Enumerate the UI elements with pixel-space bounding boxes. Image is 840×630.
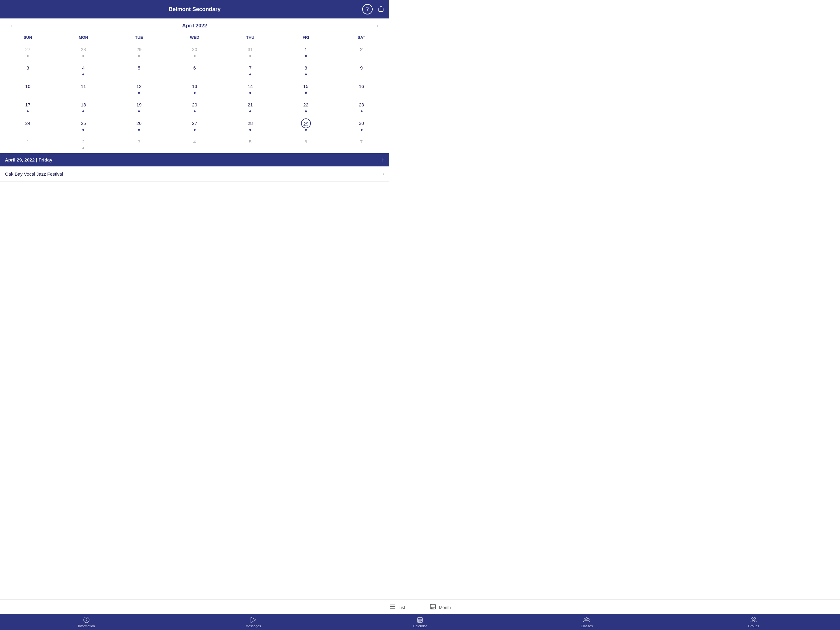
calendar-day[interactable]: 30 [333,116,389,135]
calendar-day[interactable]: 23 [333,98,389,116]
day-number: 7 [245,63,255,73]
calendar-day[interactable]: 1 [0,135,56,153]
calendar-day[interactable]: 4 [56,60,111,79]
event-dot [249,111,251,112]
day-number: 18 [78,100,88,110]
event-dot [305,129,307,131]
calendar-day[interactable]: 5 [111,60,167,79]
calendar-day[interactable]: 17 [0,98,56,116]
calendar-day[interactable]: 5 [222,135,278,153]
calendar-day[interactable]: 25 [56,116,111,135]
calendar-day[interactable]: 3 [111,135,167,153]
day-number: 9 [357,63,366,73]
calendar-day[interactable]: 3 [0,60,56,79]
events-list: Oak Bay Vocal Jazz Festival› [0,166,389,182]
calendar-day[interactable]: 13 [167,79,223,98]
calendar-day[interactable]: 2 [56,135,111,153]
header-icons: ? [362,4,384,14]
collapse-icon[interactable]: ↑ [381,156,384,163]
calendar-day[interactable]: 12 [111,79,167,98]
day-number: 5 [245,137,255,147]
day-number: 2 [357,44,366,54]
day-number: 3 [23,63,33,73]
calendar-day[interactable]: 24 [0,116,56,135]
day-number: 26 [134,119,144,128]
calendar-day[interactable]: 1 [278,42,333,60]
calendar-day[interactable]: 30 [167,42,223,60]
calendar-day[interactable]: 29 [278,116,333,135]
day-number: 29 [301,119,311,128]
event-dot [27,55,28,57]
day-number: 6 [301,137,311,147]
calendar-day[interactable]: 7 [222,60,278,79]
dow-header: MON [56,33,111,42]
calendar-day[interactable]: 9 [333,60,389,79]
event-dot [82,55,84,57]
day-number: 20 [190,100,199,110]
calendar-day[interactable]: 6 [167,60,223,79]
calendar-day[interactable]: 26 [111,116,167,135]
prev-month-button[interactable]: ← [6,21,20,31]
calendar-day[interactable]: 27 [0,42,56,60]
day-number: 21 [245,100,255,110]
day-number: 29 [134,44,144,54]
event-dot [27,111,28,112]
calendar-day[interactable]: 4 [167,135,223,153]
calendar-day[interactable]: 14 [222,79,278,98]
month-label: April 2022 [182,23,207,29]
event-dot [82,73,84,75]
event-dot [361,129,363,131]
day-number: 1 [23,137,33,147]
event-dot [138,129,140,131]
event-dot [194,129,196,131]
calendar-day[interactable]: 10 [0,79,56,98]
day-number: 12 [134,82,144,91]
calendar-day[interactable]: 18 [56,98,111,116]
day-number: 25 [78,119,88,128]
calendar-day[interactable]: 28 [222,116,278,135]
day-number: 13 [190,82,199,91]
calendar-day[interactable]: 27 [167,116,223,135]
event-dot [138,111,140,112]
day-number: 1 [301,44,311,54]
calendar-day[interactable]: 22 [278,98,333,116]
calendar-day[interactable]: 15 [278,79,333,98]
calendar-day[interactable]: 7 [333,135,389,153]
calendar-day[interactable]: 21 [222,98,278,116]
calendar-day[interactable]: 28 [56,42,111,60]
event-row[interactable]: Oak Bay Vocal Jazz Festival› [0,166,389,182]
calendar-day[interactable]: 29 [111,42,167,60]
calendar-day[interactable]: 16 [333,79,389,98]
event-dot [82,147,84,149]
dow-header: WED [167,33,223,42]
share-button[interactable] [377,5,384,14]
event-dot [305,111,307,112]
day-number: 22 [301,100,311,110]
calendar-day[interactable]: 11 [56,79,111,98]
dow-header: SUN [0,33,56,42]
day-number: 17 [23,100,33,110]
calendar-day[interactable]: 6 [278,135,333,153]
calendar-day[interactable]: 2 [333,42,389,60]
event-dot [361,111,363,112]
calendar-day[interactable]: 31 [222,42,278,60]
day-number: 8 [301,63,311,73]
help-button[interactable]: ? [362,4,373,14]
day-number: 28 [78,44,88,54]
day-number: 31 [245,44,255,54]
event-dot [249,55,251,57]
event-dot [305,73,307,75]
dow-header: SAT [333,33,389,42]
event-dot [305,92,307,94]
calendar-day[interactable]: 20 [167,98,223,116]
event-dot [138,55,140,57]
event-dot [194,92,196,94]
calendar-day[interactable]: 8 [278,60,333,79]
calendar-nav: ← April 2022 → [0,19,389,33]
next-month-button[interactable]: → [369,21,383,31]
day-number: 3 [134,137,144,147]
dow-header: FRI [278,33,333,42]
event-dot [194,111,196,112]
day-number: 2 [78,137,88,147]
calendar-day[interactable]: 19 [111,98,167,116]
